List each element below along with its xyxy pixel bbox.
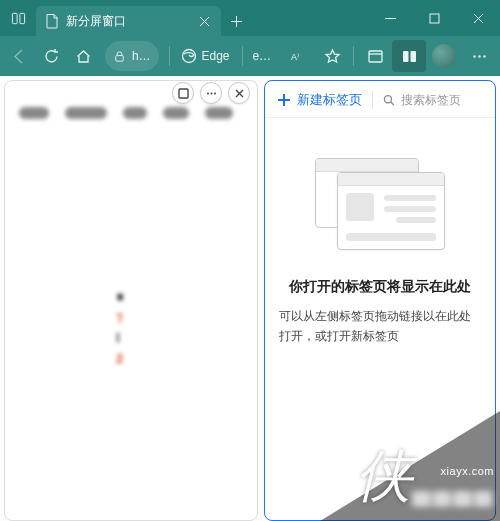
empty-state-title: 你打开的标签页将显示在此处 [289,278,471,296]
window-titlebar: 新分屏窗口 [0,0,500,36]
right-pane: 新建标签页 你打开的标签页将显示在此处 可以从左侧标签页拖动链接以在此处打开，或… [264,80,496,521]
svg-rect-2 [430,14,439,23]
maximize-button[interactable] [412,0,456,36]
edge-brand[interactable]: Edge [181,48,229,64]
svg-point-9 [473,55,475,57]
plus-icon [277,93,291,107]
svg-rect-0 [12,13,17,23]
svg-rect-3 [116,55,123,61]
svg-text:A⁾: A⁾ [291,52,299,62]
page-icon [44,13,60,29]
profile-avatar[interactable] [432,44,456,68]
svg-rect-6 [369,51,382,62]
svg-point-13 [207,92,209,94]
split-pane-controls [172,82,250,104]
back-button[interactable] [4,40,34,72]
browser-tab[interactable]: 新分屏窗口 [36,6,221,36]
svg-point-10 [478,55,480,57]
lock-icon [113,50,126,63]
svg-point-11 [483,55,485,57]
browser-toolbar: h… Edge ed… A⁾ [0,36,500,76]
edge-label: Edge [201,49,229,63]
refresh-button[interactable] [36,40,66,72]
svg-point-15 [214,92,216,94]
tab-search[interactable] [383,93,485,107]
tab-search-input[interactable] [401,93,485,107]
home-button[interactable] [69,40,99,72]
left-pane[interactable]: ∎ ⁊ ⁞ 2 [4,80,258,521]
svg-rect-8 [410,51,416,62]
svg-point-14 [210,92,212,94]
empty-state-illustration [315,158,445,250]
split-screen-button[interactable] [392,40,426,72]
new-tab-button[interactable] [221,6,251,36]
svg-rect-7 [403,51,409,62]
address-bar[interactable]: h… [105,41,159,71]
minimize-button[interactable] [368,0,412,36]
tab-title: 新分屏窗口 [66,13,189,30]
separator [372,91,373,109]
pane-more-button[interactable] [200,82,222,104]
separator [169,46,170,66]
separator [242,46,243,66]
empty-state-description: 可以从左侧标签页拖动链接以在此处打开，或打开新标签页 [279,306,481,347]
tab-close-button[interactable] [195,12,213,30]
read-aloud-button[interactable]: A⁾ [281,40,315,72]
more-menu-button[interactable] [462,40,496,72]
right-pane-body: 你打开的标签页将显示在此处 可以从左侧标签页拖动链接以在此处打开，或打开新标签页 [265,118,495,520]
close-window-button[interactable] [456,0,500,36]
truncated-label[interactable]: ed… [252,49,275,63]
window-controls [368,0,500,36]
address-text: h… [132,49,151,63]
right-pane-header: 新建标签页 [265,81,495,118]
favorites-button[interactable] [315,40,349,72]
svg-point-16 [384,96,391,103]
search-icon [383,93,395,107]
blurred-content: ∎ ⁊ ⁞ 2 [116,282,146,372]
svg-rect-12 [179,89,188,98]
content-area: ∎ ⁊ ⁞ 2 新建标签页 [0,76,500,521]
new-tab-link[interactable]: 新建标签页 [277,91,362,109]
new-tab-label: 新建标签页 [297,91,362,109]
svg-rect-1 [19,13,24,23]
pane-expand-button[interactable] [172,82,194,104]
separator [353,46,354,66]
tab-actions-button[interactable] [0,0,36,36]
pane-close-button[interactable] [228,82,250,104]
collections-button[interactable] [358,40,392,72]
